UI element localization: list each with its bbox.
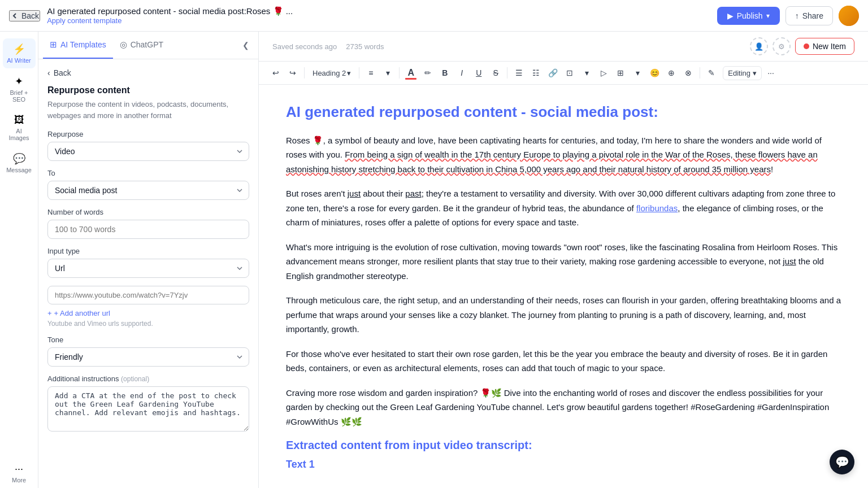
- tab-ai-templates[interactable]: ⊞ AI Templates: [43, 32, 113, 59]
- inline-just2: just: [783, 256, 796, 266]
- back-button[interactable]: Back: [9, 10, 40, 21]
- lightning-icon: ⚡: [13, 43, 25, 55]
- apply-template-link[interactable]: Apply content template: [47, 16, 710, 25]
- panel-back-button[interactable]: ‹ Back: [47, 68, 249, 77]
- sidebar-item-more[interactable]: ··· More: [3, 459, 36, 488]
- share-icon: ↑: [795, 11, 799, 20]
- avatar[interactable]: [839, 6, 859, 26]
- icon-sidebar: ⚡ AI Writer ✦ Brief + SEO 🖼 AI Images 💬 …: [0, 32, 38, 488]
- additional-textarea[interactable]: Add a CTA at the end of the post to chec…: [47, 386, 249, 432]
- panel-collapse-button[interactable]: ❮: [238, 37, 254, 53]
- heading-dropdown[interactable]: Heading 2 ▾: [308, 67, 355, 80]
- more-icon: ···: [15, 463, 23, 475]
- play-icon: ▶: [727, 11, 734, 20]
- new-item-button[interactable]: New Item: [795, 38, 854, 55]
- gear-icon: ⚙: [778, 42, 785, 51]
- inline-just: just: [348, 189, 361, 198]
- topbar: Back AI generated repurposed content - s…: [0, 0, 868, 32]
- additional-field: Additional instructions (optional) Add a…: [47, 374, 249, 433]
- url-input[interactable]: [47, 286, 249, 304]
- play-button[interactable]: ▷: [596, 65, 611, 81]
- chevron-down-icon: ▾: [753, 69, 757, 77]
- image-button[interactable]: ⊡: [562, 65, 578, 81]
- extra-tool-1[interactable]: ⊗: [680, 65, 696, 81]
- image-dropdown[interactable]: ▾: [579, 65, 594, 81]
- underline-button[interactable]: U: [471, 65, 487, 81]
- words-input[interactable]: [47, 220, 249, 239]
- input-type-select[interactable]: Url: [47, 259, 249, 278]
- toolbar-divider-1: [304, 67, 305, 79]
- highlight-button[interactable]: ✏: [420, 65, 436, 81]
- add-url-button[interactable]: + + Add another url: [47, 309, 249, 317]
- paragraph-5: For those who've ever hesitated to start…: [286, 347, 841, 376]
- tone-field: Tone Friendly: [47, 336, 249, 367]
- align-button[interactable]: ≡: [363, 65, 379, 81]
- undo-button[interactable]: ↩: [268, 65, 284, 81]
- image-icon: 🖼: [14, 114, 24, 126]
- toolbar-divider-2: [359, 67, 359, 79]
- editor-meta: Saved seconds ago 2735 words 👤 ⚙ New Ite…: [259, 32, 868, 62]
- bold-button[interactable]: B: [437, 65, 453, 81]
- more-tools-button[interactable]: ⊕: [663, 65, 679, 81]
- document-heading: AI generated repurposed content - social…: [286, 103, 841, 122]
- sidebar-item-brief-seo[interactable]: ✦ Brief + SEO: [3, 71, 36, 107]
- user-plus-icon: 👤: [754, 42, 763, 51]
- toolbar-divider-3: [399, 67, 400, 79]
- user-icon-btn[interactable]: 👤: [750, 37, 768, 55]
- share-button[interactable]: ↑ Share: [785, 6, 833, 25]
- color-underline: [405, 78, 416, 80]
- panel-tabs: ⊞ AI Templates ◎ ChatGPT ❮: [38, 32, 258, 59]
- repurpose-title: Repurpose content: [47, 85, 249, 95]
- strikethrough-button[interactable]: S: [488, 65, 504, 81]
- tone-select[interactable]: Friendly: [47, 347, 249, 367]
- more-options-button[interactable]: ···: [763, 65, 779, 81]
- red-dot: [804, 43, 809, 49]
- align-dropdown[interactable]: ▾: [380, 65, 396, 81]
- input-type-field: Input type Url: [47, 247, 249, 278]
- paragraph-3: What's more intriguing is the evolution …: [286, 240, 841, 284]
- editor-area: Saved seconds ago 2735 words 👤 ⚙ New Ite…: [259, 32, 868, 488]
- tone-label: Tone: [47, 336, 249, 344]
- back-arrow-icon: ‹: [47, 68, 50, 77]
- font-a-icon: A: [408, 68, 415, 77]
- chat-bubble-button[interactable]: 💬: [830, 450, 854, 474]
- sidebar-item-message[interactable]: 💬 Message: [3, 148, 36, 178]
- floribundas-link[interactable]: floribundas: [636, 203, 678, 213]
- to-select[interactable]: Social media post: [47, 181, 249, 200]
- sidebar-item-ai-writer[interactable]: ⚡ AI Writer: [3, 38, 36, 68]
- settings-icon-btn[interactable]: ⚙: [772, 37, 791, 55]
- additional-label: Additional instructions (optional): [47, 374, 249, 383]
- circle-icon: ◎: [120, 40, 127, 50]
- grid-icon: ⊞: [50, 40, 57, 50]
- editing-dropdown[interactable]: Editing ▾: [723, 66, 762, 80]
- url-note: Youtube and Vimeo urls supported.: [47, 320, 249, 328]
- paragraph-6: Craving more rose wisdom and garden insp…: [286, 386, 841, 429]
- tab-chatgpt[interactable]: ◎ ChatGPT: [113, 32, 170, 59]
- title-area: AI generated repurposed content - social…: [47, 6, 710, 25]
- toolbar-divider-4: [507, 67, 507, 79]
- table-dropdown[interactable]: ▾: [630, 65, 645, 81]
- pencil-button[interactable]: ✎: [704, 65, 719, 81]
- topbar-actions: ▶ Publish ▾ ↑ Share: [717, 6, 859, 26]
- chevron-down-icon: ▾: [347, 69, 351, 77]
- paragraph-1: Roses 🌹, a symbol of beauty and love, ha…: [286, 133, 841, 177]
- to-label: To: [47, 169, 249, 177]
- redo-button[interactable]: ↪: [285, 65, 301, 81]
- url-field: + + Add another url Youtube and Vimeo ur…: [47, 286, 249, 328]
- italic-button[interactable]: I: [454, 65, 470, 81]
- repurpose-select[interactable]: Video: [47, 142, 249, 161]
- bullet-list-button[interactable]: ☰: [511, 65, 527, 81]
- publish-button[interactable]: ▶ Publish ▾: [717, 7, 780, 25]
- panel-content: ‹ Back Repurpose content Repurpose the c…: [38, 59, 258, 488]
- link-button[interactable]: 🔗: [545, 65, 561, 81]
- table-button[interactable]: ⊞: [613, 65, 628, 81]
- emoji-button[interactable]: 😊: [646, 65, 662, 81]
- toolbar-divider-5: [700, 67, 700, 79]
- editor-toolbar: ↩ ↪ Heading 2 ▾ ≡ ▾ A ✏ B I U S ☰ ☷ 🔗: [259, 62, 868, 85]
- sidebar-item-ai-images[interactable]: 🖼 AI Images: [3, 110, 36, 146]
- input-type-label: Input type: [47, 247, 249, 255]
- paragraph-2: But roses aren't just about their past; …: [286, 186, 841, 230]
- words-field: Number of words: [47, 208, 249, 239]
- font-color-button[interactable]: A: [403, 65, 419, 81]
- ordered-list-button[interactable]: ☷: [528, 65, 544, 81]
